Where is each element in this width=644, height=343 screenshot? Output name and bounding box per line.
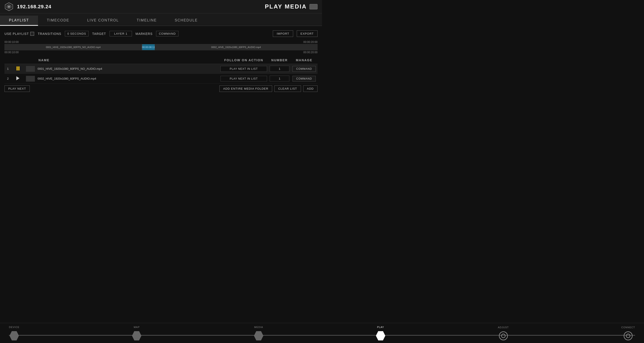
timeline-segment-1: 0001_HIVE_1920x1080_60FPS_NO_AUDIO.mp4 <box>5 44 142 50</box>
timeline-track[interactable]: 0001_HIVE_1920x1080_60FPS_NO_AUDIO.mp4 0… <box>4 44 318 50</box>
timeline-end-time: 00:00:20:00 <box>304 40 318 44</box>
playlist-table: NAME FOLLOW ON ACTION NUMBER MANAGE 1000… <box>4 56 318 84</box>
timeline-marker: 00:00:08:11 <box>142 44 155 50</box>
follow-action-box[interactable]: PLAY NEXT IN LIST <box>220 76 267 82</box>
tab-schedule[interactable]: SCHEDULE <box>166 16 206 26</box>
main-content: USE PLAYLIST TRANSITIONS 0 SECONDS TARGE… <box>0 26 322 94</box>
add-entire-media-folder-button[interactable]: ADD ENTIRE MEDIA FOLDER <box>219 86 272 92</box>
row-name-2: 0002_HIVE_1920x1080_60FPS_AUDIO.mp4 <box>36 74 219 84</box>
timeline-start-time: 00:00:10:00 <box>4 40 18 44</box>
col-manage: MANAGE <box>291 56 318 64</box>
row-thumb-1 <box>24 64 36 74</box>
app-logo: W <box>4 2 14 11</box>
timeline-times-bottom: 00:00:10:00 00:00:20:00 <box>4 51 318 54</box>
timeline-segment-2: 0002_HIVE_1920x1080_60FPS_AUDIO.mp4 <box>155 44 317 50</box>
tab-timeline[interactable]: TIMELINE <box>128 16 166 26</box>
device-ip: 192.168.29.24 <box>17 4 265 10</box>
col-num <box>4 56 11 64</box>
pause-icon <box>16 66 20 70</box>
row-number-2[interactable]: 1 <box>268 74 291 84</box>
svg-text:W: W <box>8 6 10 8</box>
play-next-button[interactable]: PLAY NEXT <box>4 86 30 92</box>
number-box[interactable]: 1 <box>270 76 289 82</box>
row-action-1[interactable]: PLAY NEXT IN LIST <box>219 64 268 74</box>
play-icon <box>16 76 20 80</box>
row-manage-2[interactable]: COMMAND <box>291 74 318 84</box>
table-row: 20002_HIVE_1920x1080_60FPS_AUDIO.mp4PLAY… <box>4 74 318 84</box>
timeline-bottom-end: 00:00:20:00 <box>304 51 318 54</box>
table-row: 10001_HIVE_1920x1080_60FPS_NO_AUDIO.mp4P… <box>4 64 318 74</box>
row-num-1: 1 <box>4 64 11 74</box>
use-playlist-checkbox[interactable] <box>30 32 34 36</box>
use-playlist-label: USE PLAYLIST <box>4 32 29 36</box>
markers-label: MARKERS <box>136 32 152 36</box>
tabs-bar: PLAYLIST TIMECODE LIVE CONTROL TIMELINE … <box>0 14 322 26</box>
tab-timecode[interactable]: TIMECODE <box>38 16 78 26</box>
header: W 192.168.29.24 PLAY MEDIA <box>0 0 322 14</box>
timeline-bottom-start: 00:00:10:00 <box>4 51 18 54</box>
col-follow-on-action: FOLLOW ON ACTION <box>219 56 268 64</box>
transitions-label: TRANSITIONS <box>38 32 61 36</box>
row-action-2[interactable]: PLAY NEXT IN LIST <box>219 74 268 84</box>
toggle-button[interactable] <box>310 4 318 10</box>
add-button[interactable]: ADD <box>303 86 318 92</box>
row-status-1[interactable] <box>11 64 24 74</box>
row-number-1[interactable]: 1 <box>268 64 291 74</box>
clear-list-button[interactable]: CLEAR LIST <box>274 86 301 92</box>
command-button-1[interactable]: COMMAND <box>292 66 316 72</box>
page-title: PLAY MEDIA <box>265 3 307 10</box>
timeline-container: 00:00:10:00 00:00:20:00 0001_HIVE_1920x1… <box>4 40 318 54</box>
timeline-times-top: 00:00:10:00 00:00:20:00 <box>4 40 318 44</box>
tab-live-control[interactable]: LIVE CONTROL <box>78 16 128 26</box>
table-header-row: NAME FOLLOW ON ACTION NUMBER MANAGE <box>4 56 318 64</box>
row-status-2[interactable] <box>11 74 24 84</box>
row-num-2: 2 <box>4 74 11 84</box>
controls-row: USE PLAYLIST TRANSITIONS 0 SECONDS TARGE… <box>4 30 318 37</box>
import-button[interactable]: IMPORT <box>273 30 293 37</box>
col-thumb <box>24 56 36 64</box>
col-controls <box>11 56 24 64</box>
target-label: TARGET <box>92 32 106 36</box>
follow-action-box[interactable]: PLAY NEXT IN LIST <box>220 66 267 72</box>
markers-select[interactable]: COMMAND <box>156 31 178 36</box>
command-button-2[interactable]: COMMAND <box>292 76 316 82</box>
use-playlist-container: USE PLAYLIST <box>4 32 34 36</box>
col-number: NUMBER <box>268 56 291 64</box>
number-box[interactable]: 1 <box>270 66 289 72</box>
thumbnail <box>26 66 35 72</box>
row-manage-1[interactable]: COMMAND <box>291 64 318 74</box>
row-thumb-2 <box>24 74 36 84</box>
export-button[interactable]: EXPORT <box>297 30 318 37</box>
bottom-row: PLAY NEXT ADD ENTIRE MEDIA FOLDER CLEAR … <box>4 86 318 92</box>
col-name: NAME <box>36 56 219 64</box>
row-name-1: 0001_HIVE_1920x1080_60FPS_NO_AUDIO.mp4 <box>36 64 219 74</box>
transitions-select[interactable]: 0 SECONDS <box>65 31 88 36</box>
thumbnail <box>26 76 35 82</box>
tab-playlist[interactable]: PLAYLIST <box>0 16 38 26</box>
target-select[interactable]: LAYER 1 <box>110 31 132 36</box>
